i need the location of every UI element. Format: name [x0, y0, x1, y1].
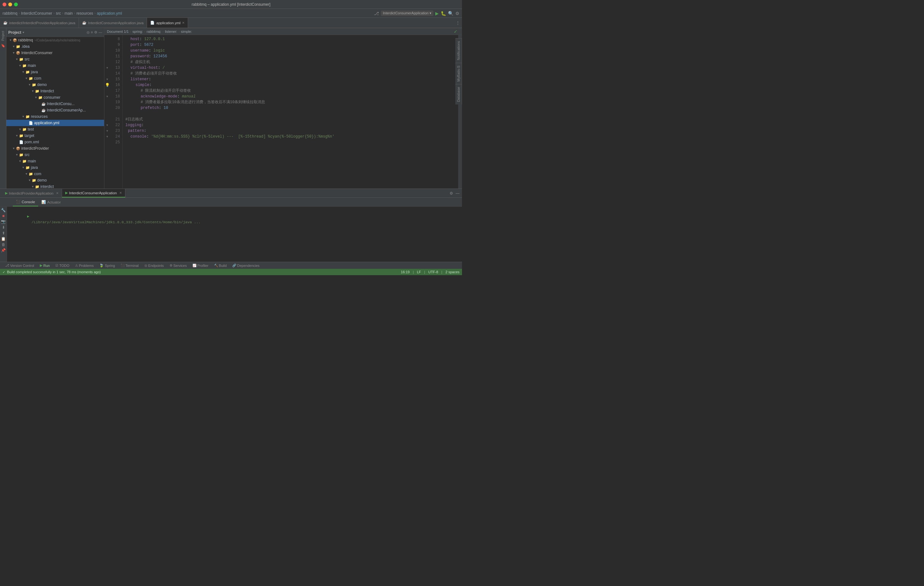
settings-icon[interactable]: ⚙: [449, 190, 454, 196]
close-button[interactable]: [3, 3, 7, 7]
run-tab-provider[interactable]: ▶ InterdictProviderApplication ✕: [2, 189, 62, 197]
tree-node-interdictprovider[interactable]: ▼ 📦 interdictProvider: [7, 145, 104, 152]
vcs-icon[interactable]: ⎇: [374, 11, 379, 16]
status-position[interactable]: 16:19: [401, 270, 410, 274]
minimize-panel-icon[interactable]: —: [455, 190, 460, 196]
breadcrumb-resources[interactable]: resources: [76, 11, 93, 16]
build-icon: 🔨: [214, 264, 218, 267]
inner-tab-actuator[interactable]: 📊 Actuator: [38, 198, 64, 206]
inner-tab-console[interactable]: ⬛ Console: [13, 198, 38, 206]
minimize-button[interactable]: [8, 3, 12, 7]
tree-node-com2[interactable]: ▼ 📁 com: [7, 171, 104, 177]
tab-consumer-java[interactable]: ☕ InterdictConsumerApplication.java: [79, 18, 147, 28]
tree-collapse-icon[interactable]: ≡: [91, 30, 93, 35]
run-toolbar-icon5[interactable]: 📌: [1, 248, 6, 253]
run-toolbar-icon4[interactable]: 🗑: [2, 242, 5, 247]
status-encoding[interactable]: UTF-8: [428, 270, 438, 274]
tab-application-yml[interactable]: 📄 application.yml ✕: [147, 18, 188, 28]
gutter-23: ▼: [104, 122, 110, 128]
status-indent[interactable]: 2 spaces: [446, 270, 459, 274]
breadcrumb-rabbitmq[interactable]: rabbitmq: [3, 11, 18, 16]
tree-node-main[interactable]: ▼ 📁 main: [7, 63, 104, 69]
strip-tab-vc[interactable]: ⎇ Version Control: [3, 262, 36, 269]
maximize-button[interactable]: [14, 3, 18, 7]
tree-node-java2[interactable]: ▼ 📁 java: [7, 164, 104, 171]
run-toolbar-icon1[interactable]: ⬇: [2, 225, 5, 230]
breadcrumb-src[interactable]: src: [56, 11, 61, 16]
tree-node-src[interactable]: ▼ 📁 src: [7, 56, 104, 63]
breadcrumb-main[interactable]: main: [64, 11, 73, 16]
strip-tab-build[interactable]: 🔨 Build: [211, 262, 229, 269]
strip-tab-problems[interactable]: ⚠ Problems: [73, 262, 96, 269]
code-line-23: pattern:: [125, 128, 459, 134]
project-icon[interactable]: Project: [1, 30, 5, 42]
run-config-dropdown[interactable]: InterdictConsumerApplication ▾: [381, 10, 433, 16]
tree-node-resources[interactable]: ▼ 📁 resources: [7, 113, 104, 120]
more-tabs-icon[interactable]: ⋮: [455, 20, 460, 25]
tree-node-main2[interactable]: ▼ 📁 main: [7, 158, 104, 164]
console-output[interactable]: ▶ /Library/Java/JavaVirtualMachines/jdk1…: [7, 207, 462, 262]
notifications-tab[interactable]: Notifications: [455, 38, 462, 63]
tree-node-interdict2[interactable]: ▼ 📁 interdict: [7, 184, 104, 189]
tree-node-rabbitmq[interactable]: ▼ 📦 rabbitmq ~/Code/java/study/note/rabb…: [7, 37, 104, 43]
tree-node-interdict-consumer-file[interactable]: ☕ InterdictConsu...: [7, 101, 104, 107]
status-line-ending[interactable]: LF: [417, 270, 421, 274]
gutter-20: [104, 105, 110, 111]
database-tab[interactable]: Database: [455, 84, 462, 104]
code-line-11: password: 123456: [125, 53, 459, 59]
strip-tab-terminal[interactable]: ⬛ Terminal: [118, 262, 141, 269]
tree-settings-icon[interactable]: ⚙: [94, 30, 97, 35]
strip-tab-todo[interactable]: ☑ TODO: [53, 262, 72, 269]
run-tab-consumer-close[interactable]: ✕: [119, 191, 122, 195]
strip-tab-services[interactable]: ⚙ Services: [167, 262, 189, 269]
traffic-lights[interactable]: [3, 3, 18, 7]
breadcrumb-interdictconsumer[interactable]: InterdictConsumer: [21, 11, 52, 16]
run-button[interactable]: ▶: [435, 11, 439, 16]
tab-close-icon[interactable]: ✕: [182, 21, 185, 25]
tree-node-src2[interactable]: ▼ 📁 src: [7, 152, 104, 158]
debug-button[interactable]: 🐛: [441, 11, 446, 16]
tree-node-pom[interactable]: 📄 pom.xml: [7, 139, 104, 145]
tab-provider-java[interactable]: ☕ interdict/InterdictProviderApplication…: [0, 18, 79, 28]
tree-node-interdict[interactable]: ▼ 📁 Interdict: [7, 88, 104, 94]
tree-node-target[interactable]: ▼ 📁 target: [7, 132, 104, 139]
run-again-icon[interactable]: 🔧: [1, 208, 6, 212]
breadcrumb-file[interactable]: application.yml: [97, 11, 122, 16]
tree-node-test[interactable]: ▼ 📁 test: [7, 126, 104, 132]
tree-node-consumer[interactable]: ▼ 📁 consumer: [7, 94, 104, 101]
strip-tab-run[interactable]: ▶ Run: [37, 262, 52, 269]
mybatis-tab[interactable]: MyBatis-S: [455, 63, 462, 84]
tree-node-application-yml[interactable]: 📄 application.yml: [7, 120, 104, 126]
code-editor[interactable]: ▼ ▼ 💡 ▼ ▼ ▼ ▼ 8 9 10 11 12: [104, 35, 462, 189]
strip-tab-profiler[interactable]: 📈 Profiler: [190, 262, 211, 269]
tree-node-demo2[interactable]: ▼ 📁 demo: [7, 177, 104, 184]
tree-close-icon[interactable]: —: [99, 30, 102, 35]
run-tab-provider-close[interactable]: ✕: [56, 191, 59, 195]
tree-node-interdict-consumer-app[interactable]: ☕ InterdictConsumerAp...: [7, 107, 104, 113]
gutter-16-bulb[interactable]: 💡: [104, 82, 110, 88]
stop-icon[interactable]: ■: [2, 214, 5, 218]
run-tab-consumer[interactable]: ▶ InterdictConsumerApplication ✕: [62, 189, 125, 197]
search-button[interactable]: 🔍: [448, 11, 454, 16]
tree-node-interdictconsumer[interactable]: ▼ 📦 InterdictConsumer: [7, 50, 104, 56]
settings-button[interactable]: ⚙: [455, 11, 459, 16]
project-tree: Project ▾ ◎ ≡ ⚙ — ▼ 📦 rabbitmq ~/Code/ja…: [7, 28, 104, 189]
bookmarks-icon[interactable]: 🔖: [1, 44, 5, 48]
strip-tab-endpoints[interactable]: ◎ Endpoints: [142, 262, 167, 269]
strip-tab-spring[interactable]: 🍃 Spring: [97, 262, 117, 269]
tree-node-java[interactable]: ▼ 📁 java: [7, 69, 104, 75]
strip-tab-dependencies[interactable]: 🔗 Dependencies: [230, 262, 262, 269]
gutter-21: [104, 111, 110, 117]
tree-dropdown-icon[interactable]: ▾: [23, 31, 24, 34]
run-toolbar-icon2[interactable]: ⬆: [2, 231, 5, 235]
bc-listener: listener:: [165, 30, 177, 33]
gutter-10: [104, 48, 110, 53]
code-content[interactable]: host: 127.0.0.1 port: 5672 username: log…: [123, 35, 462, 189]
tree-node-com[interactable]: ▼ 📁 com: [7, 75, 104, 81]
tree-locate-icon[interactable]: ◎: [87, 30, 90, 35]
gutter-22: [104, 117, 110, 122]
camera-icon[interactable]: 📷: [1, 219, 6, 224]
tree-node-idea[interactable]: ▼ 📁 .idea: [7, 43, 104, 50]
tree-node-demo[interactable]: ▼ 📁 demo: [7, 81, 104, 88]
run-toolbar-icon3[interactable]: 📋: [1, 237, 6, 241]
